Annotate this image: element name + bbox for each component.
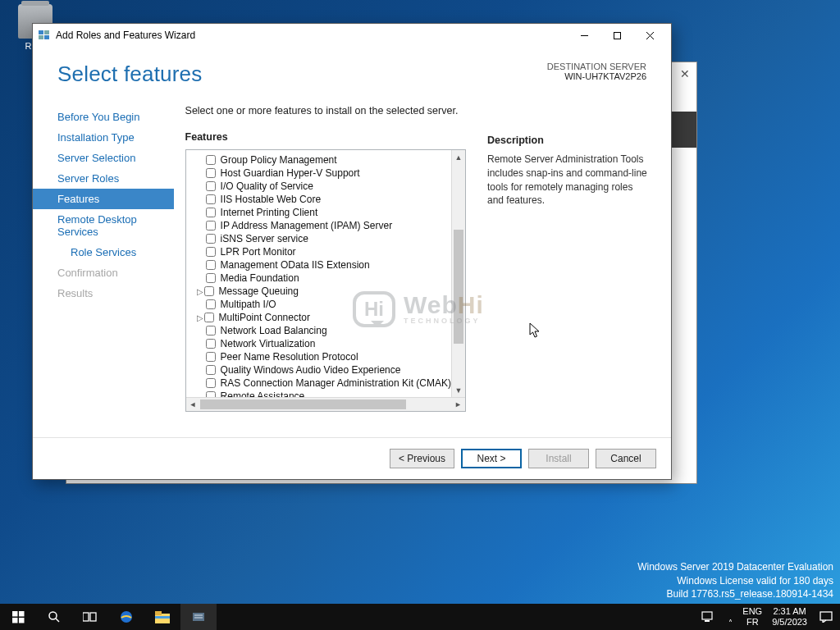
feature-item[interactable]: ▷Message Queuing [189, 285, 451, 298]
nav-server-roles[interactable]: Server Roles [33, 168, 174, 189]
tray-notifications-icon[interactable] [812, 611, 840, 623]
minimize-button[interactable] [568, 24, 600, 47]
feature-checkbox[interactable] [206, 155, 216, 165]
search-button[interactable] [36, 604, 72, 630]
feature-item[interactable]: Peer Name Resolution Protocol [189, 350, 451, 363]
scroll-left-icon[interactable]: ◄ [186, 398, 200, 411]
taskbar-explorer[interactable] [144, 604, 180, 630]
expand-icon[interactable]: ▷ [196, 313, 204, 322]
feature-checkbox[interactable] [206, 194, 216, 204]
feature-item[interactable]: Multipath I/O [189, 298, 451, 311]
feature-checkbox[interactable] [206, 221, 216, 231]
nav-remote-desktop-services[interactable]: Remote Desktop Services [33, 209, 174, 242]
previous-button[interactable]: < Previous [390, 449, 454, 468]
vertical-scrollbar[interactable]: ▲ ▼ [451, 150, 465, 397]
feature-label: Network Load Balancing [221, 325, 327, 336]
svg-rect-10 [12, 618, 18, 623]
feature-item[interactable]: ▷MultiPoint Connector [189, 311, 451, 324]
feature-checkbox[interactable] [206, 247, 216, 257]
description-text: Remote Server Administration Tools inclu… [487, 153, 651, 208]
svg-point-12 [49, 612, 57, 619]
feature-checkbox[interactable] [206, 339, 216, 349]
feature-item[interactable]: Quality Windows Audio Video Experience [189, 363, 451, 377]
nav-server-selection[interactable]: Server Selection [33, 148, 174, 168]
feature-checkbox[interactable] [206, 391, 216, 397]
feature-item[interactable]: Host Guardian Hyper-V Support [189, 167, 451, 180]
feature-checkbox[interactable] [206, 352, 216, 362]
svg-rect-11 [19, 618, 25, 623]
tray-language[interactable]: ENG FR [742, 606, 762, 627]
feature-item[interactable]: Group Policy Management [189, 153, 451, 167]
expand-icon[interactable]: ▷ [196, 287, 204, 296]
maximize-button[interactable] [600, 24, 633, 47]
feature-label: Quality Windows Audio Video Experience [221, 364, 401, 376]
start-button[interactable] [0, 604, 36, 630]
feature-item[interactable]: IIS Hostable Web Core [189, 193, 451, 206]
feature-checkbox[interactable] [206, 378, 216, 388]
feature-label: IIS Hostable Web Core [221, 194, 322, 205]
feature-item[interactable]: iSNS Server service [189, 232, 451, 245]
feature-checkbox[interactable] [204, 313, 214, 322]
feature-item[interactable]: Network Virtualization [189, 337, 451, 350]
nav-installation-type[interactable]: Installation Type [33, 127, 174, 148]
svg-rect-22 [194, 617, 203, 619]
page-title: Select features [57, 62, 202, 87]
feature-checkbox[interactable] [206, 326, 216, 336]
system-tray[interactable]: ˄ ENG FR 2:31 AM 9/5/2023 [696, 604, 840, 630]
feature-label: iSNS Server service [221, 233, 308, 244]
nav-features[interactable]: Features [33, 189, 174, 209]
scroll-up-icon[interactable]: ▲ [452, 150, 465, 164]
next-button[interactable]: Next > [461, 449, 522, 468]
svg-rect-25 [820, 612, 832, 620]
scroll-down-icon[interactable]: ▼ [452, 383, 465, 397]
feature-item[interactable]: RAS Connection Manager Administration Ki… [189, 377, 451, 390]
feature-item[interactable]: Remote Assistance [189, 390, 451, 397]
feature-checkbox[interactable] [206, 273, 216, 283]
feature-item[interactable]: IP Address Management (IPAM) Server [189, 219, 451, 232]
cancel-button[interactable]: Cancel [596, 449, 656, 468]
taskbar-ie[interactable] [108, 604, 144, 630]
feature-checkbox[interactable] [206, 208, 216, 217]
destination-server: DESTINATION SERVER WIN-UH7KTAV2P26 [547, 62, 646, 81]
license-watermark: Windows Server 2019 Datacenter Evaluatio… [637, 560, 833, 600]
feature-checkbox[interactable] [206, 299, 216, 309]
feature-checkbox[interactable] [204, 286, 214, 296]
tray-clock[interactable]: 2:31 AM 9/5/2023 [772, 606, 807, 627]
taskbar-server-manager[interactable] [180, 604, 217, 630]
svg-rect-21 [194, 614, 203, 616]
hscroll-thumb[interactable] [200, 399, 406, 409]
feature-checkbox[interactable] [206, 234, 216, 244]
features-listbox[interactable]: Group Policy ManagementHost Guardian Hyp… [185, 149, 466, 412]
feature-item[interactable]: LPR Port Monitor [189, 245, 451, 258]
svg-rect-23 [702, 612, 712, 619]
svg-rect-8 [12, 611, 18, 617]
feature-label: Internet Printing Client [221, 207, 318, 218]
feature-label: Remote Assistance [221, 390, 305, 397]
feature-checkbox[interactable] [206, 181, 216, 191]
tray-network-icon[interactable] [696, 611, 719, 623]
feature-checkbox[interactable] [206, 365, 216, 375]
horizontal-scrollbar[interactable]: ◄ ► [186, 397, 465, 411]
nav-confirmation: Confirmation [33, 262, 174, 283]
feature-label: Media Foundation [221, 272, 299, 284]
feature-item[interactable]: I/O Quality of Service [189, 180, 451, 193]
nav-before-you-begin[interactable]: Before You Begin [33, 107, 174, 127]
feature-item[interactable]: Media Foundation [189, 272, 451, 285]
chevron-up-icon: ˄ [728, 619, 733, 628]
feature-item[interactable]: Network Load Balancing [189, 324, 451, 337]
task-view-button[interactable] [72, 604, 108, 630]
nav-role-services[interactable]: Role Services [33, 242, 174, 262]
scroll-thumb[interactable] [454, 230, 463, 344]
titlebar[interactable]: Add Roles and Features Wizard [33, 24, 671, 47]
close-icon[interactable]: ✕ [680, 67, 690, 80]
feature-label: I/O Quality of Service [221, 180, 313, 192]
feature-item[interactable]: Internet Printing Client [189, 206, 451, 219]
feature-label: Network Virtualization [221, 338, 316, 349]
nav-results: Results [33, 283, 174, 304]
taskbar[interactable]: ˄ ENG FR 2:31 AM 9/5/2023 [0, 604, 840, 630]
feature-item[interactable]: Management OData IIS Extension [189, 258, 451, 272]
close-button[interactable] [633, 24, 666, 47]
scroll-right-icon[interactable]: ► [451, 398, 465, 411]
feature-checkbox[interactable] [206, 168, 216, 178]
feature-checkbox[interactable] [206, 260, 216, 270]
